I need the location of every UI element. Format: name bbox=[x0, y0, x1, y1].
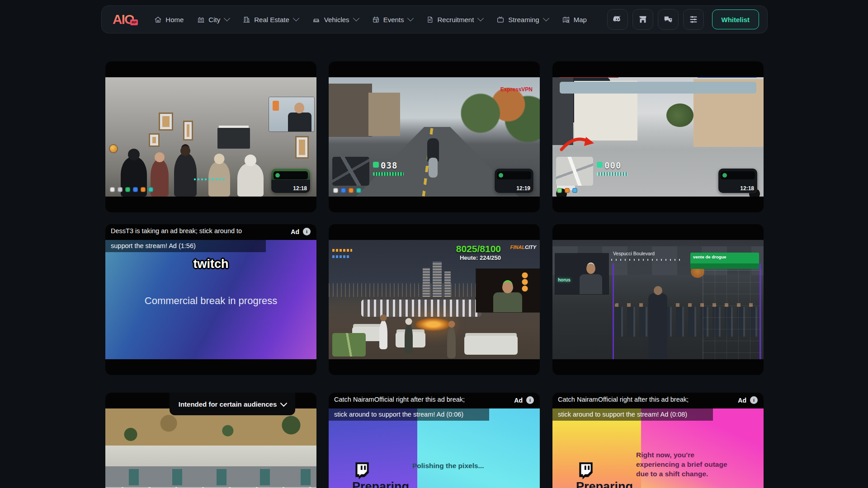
twitch-glyph-icon bbox=[352, 461, 371, 480]
stream-embed-8[interactable]: Catch NairamOfficial right after this ad… bbox=[329, 393, 540, 488]
hud-status-dot bbox=[565, 188, 570, 193]
scene-art bbox=[423, 268, 430, 297]
stream-embed-2[interactable]: ExpressVPN 038 12:19 bbox=[329, 61, 540, 212]
scene-art bbox=[237, 163, 264, 197]
hud-status-dot bbox=[557, 188, 562, 193]
phone-overlay: 12:18 bbox=[718, 169, 757, 193]
fuel-bar bbox=[597, 172, 627, 176]
info-icon[interactable] bbox=[750, 396, 758, 404]
ad-label: Ad bbox=[738, 397, 746, 404]
scene-art bbox=[301, 469, 311, 485]
audience-gate-label: Intended for certain audiences bbox=[179, 400, 277, 408]
real-estate-icon bbox=[243, 16, 250, 23]
stream-embed-1[interactable]: 12:18 bbox=[105, 61, 316, 212]
nav-actions: Whitelist bbox=[607, 9, 760, 30]
nav-item-city[interactable]: City bbox=[197, 16, 229, 23]
status-line: experiencing a brief outage bbox=[636, 460, 727, 469]
chevron-down-icon bbox=[477, 15, 484, 21]
chevron-down-icon bbox=[280, 399, 288, 407]
scene-art bbox=[151, 160, 169, 197]
stream-embed-7[interactable]: Intended for certain audiences bbox=[105, 393, 316, 488]
hud-status-dot bbox=[333, 188, 338, 193]
ad-break-message-line2: stick around to support the stream! Ad (… bbox=[329, 408, 489, 421]
hud-status-dot bbox=[141, 187, 146, 192]
audience-gate-bar[interactable]: Intended for certain audiences bbox=[170, 393, 295, 415]
aio-logo[interactable]: AIO RP bbox=[113, 12, 138, 27]
nav-item-recruitment[interactable]: Recruitment bbox=[426, 16, 483, 23]
info-icon[interactable] bbox=[526, 396, 534, 404]
notification-bar bbox=[497, 171, 531, 179]
scene-art bbox=[260, 469, 270, 485]
hud-status-dot bbox=[341, 188, 346, 193]
stream-embed-4[interactable]: DessT3 is taking an ad break; stick arou… bbox=[105, 224, 316, 375]
ad-break-message-line2: stick around to support the stream! Ad (… bbox=[552, 408, 713, 421]
nav-item-vehicles[interactable]: Vehicles bbox=[312, 16, 359, 23]
ad-label: Ad bbox=[514, 397, 523, 404]
player-counter: 8025/8100 Heute: 224/250 bbox=[456, 244, 501, 261]
map-icon bbox=[562, 16, 570, 23]
stream-embed-5[interactable]: 8025/8100 Heute: 224/250 FINALCITY bbox=[329, 224, 540, 375]
hud-bars bbox=[332, 244, 355, 259]
scene-art bbox=[379, 320, 387, 349]
nav-label: City bbox=[208, 16, 220, 23]
nav-item-streaming[interactable]: Streaming bbox=[496, 16, 548, 23]
shop-icon bbox=[638, 14, 648, 24]
shop-button[interactable] bbox=[632, 9, 653, 30]
speedometer: 000 bbox=[597, 160, 621, 170]
nav-label: Streaming bbox=[508, 16, 539, 23]
translate-button[interactable] bbox=[658, 9, 679, 30]
hud-status-dot bbox=[572, 188, 577, 193]
twitch-glyph-icon bbox=[576, 461, 595, 480]
scene-art bbox=[217, 469, 226, 485]
nav-item-map[interactable]: Map bbox=[562, 16, 587, 23]
speed-value: 000 bbox=[604, 160, 621, 170]
game-time: 12:18 bbox=[293, 185, 307, 192]
game-time: 12:18 bbox=[740, 185, 754, 192]
webcam-overlay: horus bbox=[555, 253, 609, 294]
stream-embed-9[interactable]: Catch NairamOfficial right after this ad… bbox=[552, 393, 764, 488]
whitelist-button[interactable]: Whitelist bbox=[712, 9, 760, 29]
red-arrow-annotation bbox=[559, 131, 598, 155]
stream-video: twitch Commercial break in progress bbox=[105, 240, 316, 359]
webcam-overlay bbox=[269, 97, 314, 131]
scene-art bbox=[760, 263, 761, 359]
chevron-down-icon bbox=[407, 15, 414, 21]
stream-embed-6[interactable]: Vespucci Boulevard vente de drogue horus bbox=[552, 224, 764, 375]
nav-label: Recruitment bbox=[437, 16, 474, 23]
preferences-button[interactable] bbox=[683, 9, 704, 30]
stream-video: Vespucci Boulevard vente de drogue horus bbox=[552, 240, 764, 359]
nav-item-events[interactable]: Events bbox=[372, 16, 413, 23]
whitelist-label: Whitelist bbox=[722, 16, 750, 23]
nav-label: Map bbox=[574, 16, 587, 23]
phone-overlay: 12:18 bbox=[271, 169, 310, 193]
scene-art bbox=[105, 446, 316, 466]
webcam-brand: horus bbox=[558, 277, 571, 282]
hud-status-dots bbox=[557, 188, 577, 193]
status-line: Right now, you're bbox=[636, 450, 727, 460]
preparing-label: Preparing bbox=[352, 480, 409, 488]
scene-art bbox=[429, 158, 438, 178]
scene-art bbox=[149, 133, 160, 147]
recruitment-icon bbox=[426, 16, 434, 23]
stream-video: ExpressVPN 038 12:19 bbox=[329, 77, 540, 197]
outage-status-message: Right now, you're experiencing a brief o… bbox=[636, 450, 727, 479]
game-tooltip: vente de drogue bbox=[690, 253, 759, 269]
home-icon bbox=[154, 16, 162, 23]
scene-art bbox=[174, 153, 197, 197]
stream-embed-3[interactable]: 000 12:18 bbox=[552, 61, 764, 212]
info-icon[interactable] bbox=[303, 228, 311, 235]
scene-art bbox=[666, 103, 693, 127]
counter-value: 8025/8100 bbox=[456, 244, 501, 254]
scene-art bbox=[613, 263, 614, 359]
preparing-label: Preparing bbox=[576, 480, 633, 488]
nav-item-home[interactable]: Home bbox=[154, 16, 184, 23]
scene-art bbox=[648, 293, 667, 359]
notification-bar bbox=[721, 171, 755, 179]
hud-status-dots bbox=[333, 188, 361, 193]
discord-button[interactable] bbox=[607, 9, 628, 30]
ad-badge: Ad bbox=[738, 396, 758, 404]
scene-art bbox=[461, 87, 540, 145]
nav-item-real-estate[interactable]: Real Estate bbox=[243, 16, 298, 23]
logo-part: CITY bbox=[525, 244, 536, 250]
scene-art bbox=[405, 324, 413, 354]
